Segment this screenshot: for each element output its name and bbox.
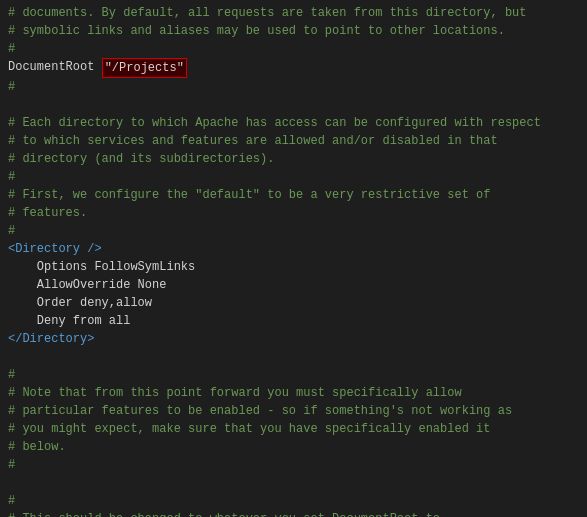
code-line-27	[0, 474, 587, 492]
code-line-23: # particular features to be enabled - so…	[0, 402, 587, 420]
line-1-text: # documents. By default, all requests ar…	[8, 4, 526, 22]
code-line-21: #	[0, 366, 587, 384]
line-19-tag: </Directory>	[8, 330, 94, 348]
code-line-5: #	[0, 78, 587, 96]
code-line-14: <Directory />	[0, 240, 587, 258]
code-line-10: #	[0, 168, 587, 186]
code-line-25: # below.	[0, 438, 587, 456]
line-10-text: #	[8, 168, 15, 186]
code-line-17: Order deny,allow	[0, 294, 587, 312]
code-line-2: # symbolic links and aliases may be used…	[0, 22, 587, 40]
code-line-6	[0, 96, 587, 114]
line-16-text: AllowOverride None	[8, 276, 166, 294]
line-22-text: # Note that from this point forward you …	[8, 384, 462, 402]
line-14-tag: <Directory />	[8, 240, 102, 258]
code-line-20	[0, 348, 587, 366]
code-line-4: DocumentRoot "/Projects"	[0, 58, 587, 78]
line-7-text: # Each directory to which Apache has acc…	[8, 114, 541, 132]
line-5-text: #	[8, 78, 15, 96]
line-11-text: # First, we configure the "default" to b…	[8, 186, 490, 204]
line-4-highlight: "/Projects"	[102, 58, 187, 78]
code-line-8: # to which services and features are all…	[0, 132, 587, 150]
line-18-text: Deny from all	[8, 312, 130, 330]
code-line-26: #	[0, 456, 587, 474]
line-17-text: Order deny,allow	[8, 294, 152, 312]
line-9-text: # directory (and its subdirectories).	[8, 150, 274, 168]
code-line-9: # directory (and its subdirectories).	[0, 150, 587, 168]
line-21-text: #	[8, 366, 15, 384]
line-24-text: # you might expect, make sure that you h…	[8, 420, 490, 438]
line-13-text: #	[8, 222, 15, 240]
line-23-text: # particular features to be enabled - so…	[8, 402, 512, 420]
line-4-directive: DocumentRoot	[8, 58, 102, 76]
code-line-12: # features.	[0, 204, 587, 222]
editor: # documents. By default, all requests ar…	[0, 0, 587, 517]
code-line-3: #	[0, 40, 587, 58]
code-line-22: # Note that from this point forward you …	[0, 384, 587, 402]
line-25-text: # below.	[8, 438, 66, 456]
code-line-28: #	[0, 492, 587, 510]
code-line-7: # Each directory to which Apache has acc…	[0, 114, 587, 132]
line-28-text: #	[8, 492, 15, 510]
line-15-text: Options FollowSymLinks	[8, 258, 195, 276]
line-12-text: # features.	[8, 204, 87, 222]
code-line-13: #	[0, 222, 587, 240]
code-line-11: # First, we configure the "default" to b…	[0, 186, 587, 204]
code-line-24: # you might expect, make sure that you h…	[0, 420, 587, 438]
code-line-29: # This should be changed to whatever you…	[0, 510, 587, 517]
line-3-text: #	[8, 40, 15, 58]
code-line-16: AllowOverride None	[0, 276, 587, 294]
line-8-text: # to which services and features are all…	[8, 132, 498, 150]
code-line-15: Options FollowSymLinks	[0, 258, 587, 276]
code-line-18: Deny from all	[0, 312, 587, 330]
line-29-text: # This should be changed to whatever you…	[8, 510, 447, 517]
code-line-19: </Directory>	[0, 330, 587, 348]
code-line-1: # documents. By default, all requests ar…	[0, 4, 587, 22]
line-2-text: # symbolic links and aliases may be used…	[8, 22, 505, 40]
line-26-text: #	[8, 456, 15, 474]
